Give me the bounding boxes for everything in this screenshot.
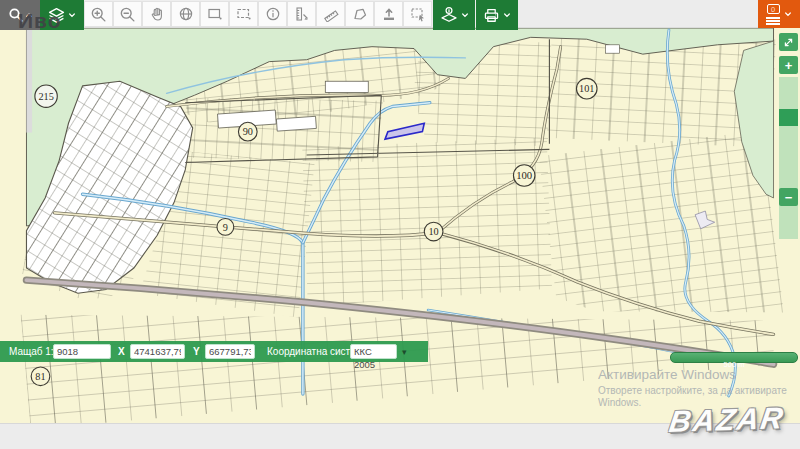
upload-icon <box>381 6 397 22</box>
zoom-in-button[interactable] <box>84 1 113 27</box>
layers-icon <box>48 7 65 24</box>
left-panel-edge <box>26 28 32 133</box>
chevron-down-icon <box>784 10 792 18</box>
zoom-out-button[interactable] <box>113 1 142 27</box>
search-button[interactable] <box>0 0 40 30</box>
measure-length-icon <box>323 6 339 22</box>
circle-90: 90 <box>238 122 257 141</box>
circle-81: 81 <box>31 367 50 386</box>
map-application: 0 Иво <box>0 0 800 449</box>
svg-text:10: 10 <box>428 226 438 237</box>
upload-button[interactable] <box>374 1 403 27</box>
measure-scale-icon <box>294 6 310 22</box>
svg-text:90: 90 <box>243 126 253 137</box>
svg-text:215: 215 <box>38 91 53 102</box>
chevron-down-icon <box>503 11 511 19</box>
crs-caret-icon[interactable]: ▾ <box>402 347 407 357</box>
info-button[interactable] <box>258 1 287 27</box>
select-rect-icon <box>410 6 426 22</box>
crs-select[interactable]: ККС 2005 <box>350 344 397 359</box>
layers-button[interactable] <box>40 0 84 30</box>
svg-text:101: 101 <box>579 83 594 94</box>
measure-area-icon <box>352 6 368 22</box>
info-icon <box>265 6 281 22</box>
measure-scale-button[interactable] <box>287 1 316 27</box>
scale-label: Мащаб 1: <box>9 346 54 357</box>
toolbar: 0 <box>0 0 800 28</box>
y-label: Y <box>193 346 200 357</box>
y-input[interactable] <box>205 344 255 359</box>
svg-text:100: 100 <box>516 169 532 181</box>
zoom-slider-track[interactable] <box>779 77 798 239</box>
coordinates-bar: Мащаб 1: X Y Координатна система ККС 200… <box>0 341 428 362</box>
svg-text:9: 9 <box>223 222 228 233</box>
x-label: X <box>118 346 125 357</box>
zoom-out-icon <box>119 6 136 23</box>
circle-9: 9 <box>217 218 234 235</box>
globe-icon <box>178 6 194 22</box>
zoom-control: + − <box>779 33 798 79</box>
globe-button[interactable] <box>171 1 200 27</box>
pan-button[interactable] <box>142 1 171 27</box>
circle-101: 101 <box>576 78 597 99</box>
circle-100: 100 <box>513 165 534 186</box>
toolbar-spacer <box>518 0 758 27</box>
scale-input[interactable] <box>53 344 111 359</box>
extent-rect-button[interactable] <box>229 1 258 27</box>
identify-layers-icon <box>440 6 458 24</box>
zoom-out-slider-button[interactable]: − <box>779 188 798 206</box>
extent-rect-icon <box>236 6 252 22</box>
zoom-rect-button[interactable] <box>200 1 229 27</box>
print-button[interactable] <box>476 0 518 30</box>
x-input[interactable] <box>130 344 185 359</box>
measure-length-button[interactable] <box>316 1 345 27</box>
full-extent-button[interactable] <box>779 33 798 51</box>
measure-area-button[interactable] <box>345 1 374 27</box>
circle-10: 10 <box>424 222 443 241</box>
bottom-strip <box>0 423 800 449</box>
svg-text:81: 81 <box>35 371 45 382</box>
zoom-rect-icon <box>207 6 223 22</box>
chevron-down-icon <box>461 11 469 19</box>
chevron-down-icon <box>68 11 76 19</box>
zoom-in-icon <box>90 6 107 23</box>
scale-bar: 500 m <box>670 352 798 363</box>
select-rect-button[interactable] <box>403 1 432 27</box>
results-list-icon: 0 <box>766 4 780 25</box>
circle-215: 215 <box>35 85 57 107</box>
identify-layers-button[interactable] <box>433 0 475 30</box>
zoom-slider-handle[interactable] <box>779 109 798 126</box>
results-list-button[interactable]: 0 <box>758 0 800 28</box>
zoom-in-slider-button[interactable]: + <box>779 56 798 74</box>
map-canvas[interactable]: 215 90 101 100 9 10 81 <box>0 28 800 423</box>
scale-bar-label: 500 m <box>724 360 745 369</box>
cadastral-map: 215 90 101 100 9 10 81 <box>0 28 800 423</box>
pan-hand-icon <box>149 6 165 22</box>
expand-arrow-icon <box>783 37 794 48</box>
print-icon <box>483 7 500 24</box>
search-icon <box>8 7 24 23</box>
results-count-badge: 0 <box>767 4 780 14</box>
chevron-up-icon <box>25 11 33 19</box>
